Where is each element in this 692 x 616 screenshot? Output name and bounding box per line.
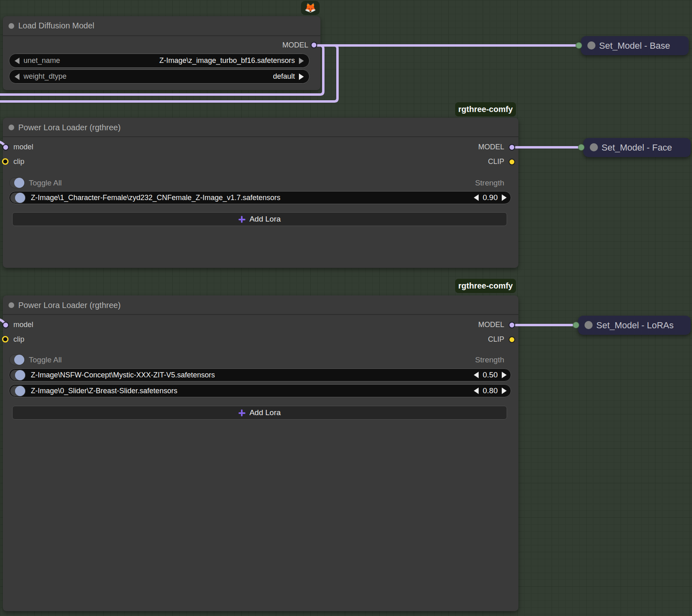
lora-name[interactable]: Z-Image\0_Slider\Z-Breast-Slider.safeten… bbox=[31, 387, 177, 395]
strength-header: Strength bbox=[475, 355, 504, 364]
model-output-slot[interactable] bbox=[509, 322, 515, 328]
add-lora-button[interactable]: Add Lora bbox=[12, 406, 507, 420]
strength-increase-arrow-icon[interactable] bbox=[502, 194, 507, 201]
fox-emoji-icon: 🦊 bbox=[305, 2, 316, 13]
node-title: Set_Model - LoRAs bbox=[596, 320, 674, 331]
output-label-model: MODEL bbox=[282, 41, 308, 50]
strength-decrease-arrow-icon[interactable] bbox=[474, 372, 479, 378]
collapse-dot[interactable] bbox=[9, 125, 14, 130]
node-power-lora-loader-2[interactable]: Power Lora Loader (rgthree) model clip M… bbox=[3, 295, 518, 611]
strength-value[interactable]: 0.90 bbox=[483, 193, 498, 202]
node-title: Set_Model - Face bbox=[602, 142, 672, 153]
lora-row[interactable]: Z-Image\1_Character-Female\zyd232_CNFema… bbox=[9, 191, 511, 204]
toggle-all-label: Toggle All bbox=[29, 179, 62, 187]
widget-value: Z-Image\z_image_turbo_bf16.safetensors bbox=[159, 56, 295, 65]
rgthree-comfy-badge: rgthree-comfy bbox=[455, 279, 516, 293]
input-label-model: model bbox=[13, 321, 33, 329]
output-label-model: MODEL bbox=[478, 321, 504, 329]
strength-value[interactable]: 0.50 bbox=[483, 370, 498, 379]
badge-label: rgthree-comfy bbox=[458, 105, 513, 114]
strength-increase-arrow-icon[interactable] bbox=[502, 388, 507, 394]
strength-header: Strength bbox=[475, 179, 504, 187]
plus-icon bbox=[239, 216, 245, 223]
node-power-lora-loader-1[interactable]: Power Lora Loader (rgthree) model clip M… bbox=[3, 118, 518, 268]
header-divider bbox=[3, 35, 320, 36]
node-set-model-base[interactable]: Set_Model - Base bbox=[581, 36, 689, 55]
plus-icon bbox=[239, 409, 245, 416]
widget-label: weight_dtype bbox=[24, 72, 67, 81]
collapse-dot[interactable] bbox=[9, 302, 14, 308]
model-input-slot[interactable] bbox=[2, 322, 9, 328]
strength-increase-arrow-icon[interactable] bbox=[502, 372, 507, 378]
lora-row[interactable]: Z-Image\NSFW-Concept\Mystic-XXX-ZIT-V5.s… bbox=[9, 368, 511, 381]
strength-decrease-arrow-icon[interactable] bbox=[474, 194, 479, 201]
link-input-slot[interactable] bbox=[578, 144, 585, 151]
node-title: Power Lora Loader (rgthree) bbox=[18, 123, 120, 132]
prev-value-arrow-icon[interactable] bbox=[15, 73, 19, 80]
clip-input-slot[interactable] bbox=[2, 158, 9, 165]
model-output-slot[interactable] bbox=[509, 144, 515, 151]
lora-enable-toggle[interactable] bbox=[10, 192, 26, 203]
clip-output-slot[interactable] bbox=[509, 159, 515, 165]
add-lora-label: Add Lora bbox=[249, 408, 281, 417]
lora-row[interactable]: Z-Image\0_Slider\Z-Breast-Slider.safeten… bbox=[9, 384, 511, 397]
header-divider bbox=[3, 314, 518, 315]
input-label-clip: clip bbox=[13, 335, 24, 344]
strength-value[interactable]: 0.80 bbox=[483, 386, 498, 395]
collapse-dot[interactable] bbox=[590, 143, 598, 151]
node-title: Set_Model - Base bbox=[599, 41, 670, 51]
node-title: Load Diffusion Model bbox=[18, 21, 95, 30]
prev-value-arrow-icon[interactable] bbox=[15, 58, 19, 64]
lora-name[interactable]: Z-Image\1_Character-Female\zyd232_CNFema… bbox=[31, 194, 280, 202]
toggle-all-switch[interactable] bbox=[9, 177, 25, 188]
add-lora-label: Add Lora bbox=[249, 215, 281, 224]
output-label-clip: CLIP bbox=[488, 335, 504, 344]
widget-value: default bbox=[273, 72, 295, 81]
add-lora-button[interactable]: Add Lora bbox=[12, 212, 507, 226]
clip-output-slot[interactable] bbox=[509, 336, 515, 343]
header-divider bbox=[3, 136, 518, 137]
model-output-slot[interactable] bbox=[311, 42, 317, 48]
node-graph-canvas[interactable]: 🦊 Load Diffusion Model MODEL unet_name Z… bbox=[0, 0, 692, 616]
output-label-clip: CLIP bbox=[488, 157, 504, 166]
lora-enable-toggle[interactable] bbox=[10, 386, 26, 396]
next-value-arrow-icon[interactable] bbox=[299, 58, 304, 64]
collapse-dot[interactable] bbox=[585, 321, 593, 329]
link-input-slot[interactable] bbox=[576, 42, 582, 49]
link-input-slot[interactable] bbox=[573, 322, 579, 328]
collapse-dot[interactable] bbox=[9, 23, 14, 29]
collapse-dot[interactable] bbox=[587, 41, 595, 50]
lora-enable-toggle[interactable] bbox=[10, 370, 26, 381]
node-load-diffusion-model[interactable]: Load Diffusion Model MODEL unet_name Z-I… bbox=[3, 16, 320, 90]
toggle-all-label: Toggle All bbox=[29, 355, 62, 364]
clip-input-slot[interactable] bbox=[2, 336, 9, 342]
fox-node-badge[interactable]: 🦊 bbox=[301, 1, 320, 15]
input-label-clip: clip bbox=[13, 157, 24, 166]
next-value-arrow-icon[interactable] bbox=[299, 73, 304, 80]
model-input-slot[interactable] bbox=[2, 144, 9, 151]
node-set-model-face[interactable]: Set_Model - Face bbox=[583, 138, 691, 157]
rgthree-comfy-badge: rgthree-comfy bbox=[455, 102, 516, 116]
toggle-all-switch[interactable] bbox=[9, 354, 25, 365]
widget-weight-dtype[interactable]: weight_dtype default bbox=[9, 69, 309, 84]
widget-unet-name[interactable]: unet_name Z-Image\z_image_turbo_bf16.saf… bbox=[9, 54, 309, 68]
node-title: Power Lora Loader (rgthree) bbox=[18, 301, 120, 310]
output-label-model: MODEL bbox=[478, 143, 504, 151]
input-label-model: model bbox=[13, 143, 33, 151]
node-set-model-loras[interactable]: Set_Model - LoRAs bbox=[578, 316, 691, 335]
widget-label: unet_name bbox=[24, 56, 60, 65]
strength-decrease-arrow-icon[interactable] bbox=[474, 388, 479, 394]
badge-label: rgthree-comfy bbox=[458, 281, 513, 291]
lora-name[interactable]: Z-Image\NSFW-Concept\Mystic-XXX-ZIT-V5.s… bbox=[31, 371, 215, 379]
